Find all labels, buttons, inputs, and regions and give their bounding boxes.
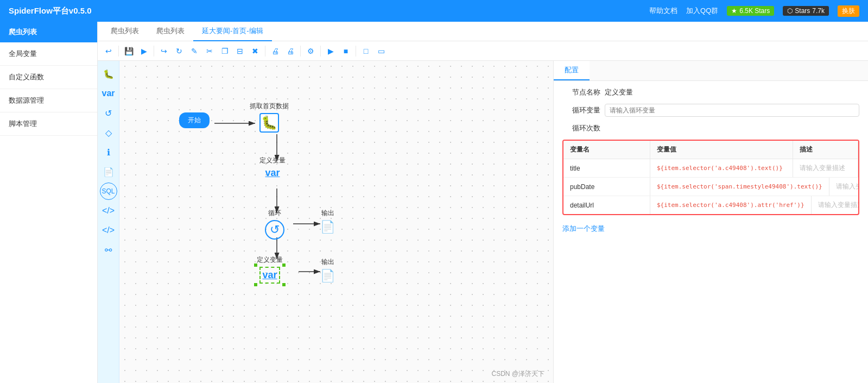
table-row: title ${item.selector('a.c49408').text()… xyxy=(563,159,858,178)
var-header-name: 变量名 xyxy=(563,141,650,159)
save-button[interactable]: 💾 xyxy=(122,45,135,58)
table-row: pubDate ${item.selector('span.timestyle4… xyxy=(563,178,858,196)
sql-icon[interactable]: SQL xyxy=(100,183,117,200)
var1-icon: var xyxy=(265,167,280,179)
play-button[interactable]: ▶ xyxy=(324,45,337,58)
var-row3-desc[interactable]: 请输入变量描述 xyxy=(812,196,859,214)
sidebar-item-scripts[interactable]: 脚本管理 xyxy=(0,112,97,136)
panel-loop-var-row: 循环变量 xyxy=(562,104,859,117)
code-icon[interactable]: </> xyxy=(100,202,117,219)
var-header-value: 变量值 xyxy=(650,141,793,159)
rect-button[interactable]: □ xyxy=(359,45,372,58)
output2-icon: 📄 xyxy=(320,269,335,283)
main-layout: 爬虫列表 全局变量 自定义函数 数据源管理 脚本管理 爬虫列表 爬虫列表 延大要… xyxy=(0,22,868,383)
code2-icon[interactable]: </> xyxy=(100,222,117,239)
stars-green-count: 6.5K Stars xyxy=(739,7,770,15)
skin-button[interactable]: 换肤 xyxy=(838,5,859,17)
var-row2-name: pubDate xyxy=(563,178,650,196)
tab-spider-list-2[interactable]: 爬虫列表 xyxy=(148,22,193,41)
loop-icon: ↺ xyxy=(265,220,284,240)
sidebar-item-global-vars[interactable]: 全局变量 xyxy=(0,42,97,66)
tab-spider-list-1[interactable]: 爬虫列表 xyxy=(102,22,148,41)
canvas[interactable]: 开始 抓取首页数据 🐛 定义变量 var 循环 ↺ xyxy=(119,61,553,383)
loop-icon[interactable]: ↺ xyxy=(100,104,117,122)
print2-button[interactable]: 🖨 xyxy=(284,45,297,58)
output1-label: 输出 xyxy=(321,209,334,218)
copy-button[interactable]: ❐ xyxy=(218,45,231,58)
var-row1-desc[interactable]: 请输入变量描述 xyxy=(793,159,858,177)
print-button[interactable]: 🖨 xyxy=(269,45,282,58)
handle-bl xyxy=(254,282,258,287)
header-right: 帮助文档 加入QQ群 ★ 6.5K Stars ⬡ Stars 7.7k 换肤 xyxy=(649,5,859,17)
fetch-node[interactable]: 抓取首页数据 🐛 xyxy=(250,102,289,133)
var1-node[interactable]: 定义变量 var xyxy=(259,156,286,179)
var-row2-value[interactable]: ${item.selector('span.timestyle49408').t… xyxy=(650,178,829,196)
panel-loop-count-row: 循环次数 xyxy=(562,123,859,133)
panel-tab-config[interactable]: 配置 xyxy=(554,61,590,80)
var-header-desc: 描述 xyxy=(793,141,858,159)
toolbar-divider-3 xyxy=(265,46,265,56)
undo-button[interactable]: ↩ xyxy=(102,45,115,58)
var2-icon: var xyxy=(262,269,277,281)
stars-label: Stars xyxy=(795,7,810,15)
output1-node[interactable]: 输出 📄 xyxy=(320,209,335,234)
sidebar-item-data-sources[interactable]: 数据源管理 xyxy=(0,89,97,112)
stop-button[interactable]: ■ xyxy=(339,45,352,58)
help-docs-link[interactable]: 帮助文档 xyxy=(649,6,677,16)
stars-green-badge: ★ 6.5K Stars xyxy=(727,6,774,16)
edit-button[interactable]: ✎ xyxy=(188,45,201,58)
bug-icon[interactable]: 🐛 xyxy=(100,65,117,83)
info-icon[interactable]: ℹ xyxy=(100,143,117,161)
var2-node[interactable]: 定义变量 var xyxy=(257,255,283,284)
workspace: 🐛 var ↺ ◇ ℹ 📄 SQL </> </> ⚯ xyxy=(98,61,868,383)
loop-count-label: 循环次数 xyxy=(562,123,600,133)
node-name-label: 节点名称 xyxy=(562,87,600,97)
toolbar-divider-4 xyxy=(300,46,301,56)
start-node[interactable]: 开始 xyxy=(179,112,210,128)
var-row3-name: detailUrl xyxy=(563,196,650,214)
toolbar-divider-6 xyxy=(356,46,356,56)
doc-icon[interactable]: 📄 xyxy=(100,163,117,180)
sidebar-item-custom-funcs[interactable]: 自定义函数 xyxy=(0,66,97,89)
loop-node[interactable]: 循环 ↺ xyxy=(265,209,284,240)
handle-mr xyxy=(282,263,286,267)
watermark: CSDN @泽济天下 xyxy=(491,369,544,379)
delete-button[interactable]: ⊟ xyxy=(233,45,246,58)
var-row3-value[interactable]: ${item.selector('a.c49408').attr('href')… xyxy=(650,196,812,214)
toolbar-divider-2 xyxy=(154,46,154,56)
tab-spider-edit[interactable]: 延大要闻-首页-编辑 xyxy=(193,22,272,41)
var-row1-value[interactable]: ${item.selector('a.c49408').text()} xyxy=(650,159,793,177)
cut-button[interactable]: ✂ xyxy=(203,45,216,58)
content-area: 爬虫列表 爬虫列表 延大要闻-首页-编辑 ↩ 💾 ▶ ↪ ↻ ✎ ✂ ❐ ⊟ ✖… xyxy=(98,22,868,383)
var2-label: 定义变量 xyxy=(257,255,283,265)
stars-dark-badge: ⬡ Stars 7.7k xyxy=(783,6,829,16)
var-row2-desc[interactable]: 请输入变量描述 xyxy=(829,178,859,196)
output1-icon: 📄 xyxy=(320,220,335,234)
panel-tabs: 配置 xyxy=(554,61,868,81)
output2-node[interactable]: 输出 📄 xyxy=(320,258,335,283)
header: SpiderFlow平台v0.5.0 帮助文档 加入QQ群 ★ 6.5K Sta… xyxy=(0,0,868,22)
rect2-button[interactable]: ▭ xyxy=(375,45,388,58)
delete2-button[interactable]: ✖ xyxy=(249,45,262,58)
diamond-icon[interactable]: ◇ xyxy=(100,124,117,141)
var-row1-name: title xyxy=(563,159,650,177)
link-icon[interactable]: ⚯ xyxy=(100,241,117,259)
toolbar-divider-5 xyxy=(320,46,321,56)
sidebar-header: 爬虫列表 xyxy=(0,22,97,42)
github-icon: ⬡ xyxy=(787,7,793,15)
qq-group-link[interactable]: 加入QQ群 xyxy=(686,6,718,16)
settings-button[interactable]: ⚙ xyxy=(304,45,317,58)
redo-button[interactable]: ↪ xyxy=(157,45,170,58)
loop-var-label: 循环变量 xyxy=(562,105,600,115)
loop-label: 循环 xyxy=(268,209,281,218)
add-var-link[interactable]: 添加一个变量 xyxy=(562,222,859,236)
var1-label: 定义变量 xyxy=(259,156,286,165)
icon-sidebar: 🐛 var ↺ ◇ ℹ 📄 SQL </> </> ⚯ xyxy=(98,61,119,383)
var-table-header: 变量名 变量值 描述 xyxy=(563,141,858,159)
var-icon[interactable]: var xyxy=(100,85,117,102)
refresh-button[interactable]: ↻ xyxy=(173,45,186,58)
toolbar: ↩ 💾 ▶ ↪ ↻ ✎ ✂ ❐ ⊟ ✖ 🖨 🖨 ⚙ ▶ ■ □ ▭ xyxy=(98,41,868,61)
loop-var-input[interactable] xyxy=(605,104,859,117)
toolbar-divider-1 xyxy=(118,46,119,56)
run-button[interactable]: ▶ xyxy=(137,45,150,58)
